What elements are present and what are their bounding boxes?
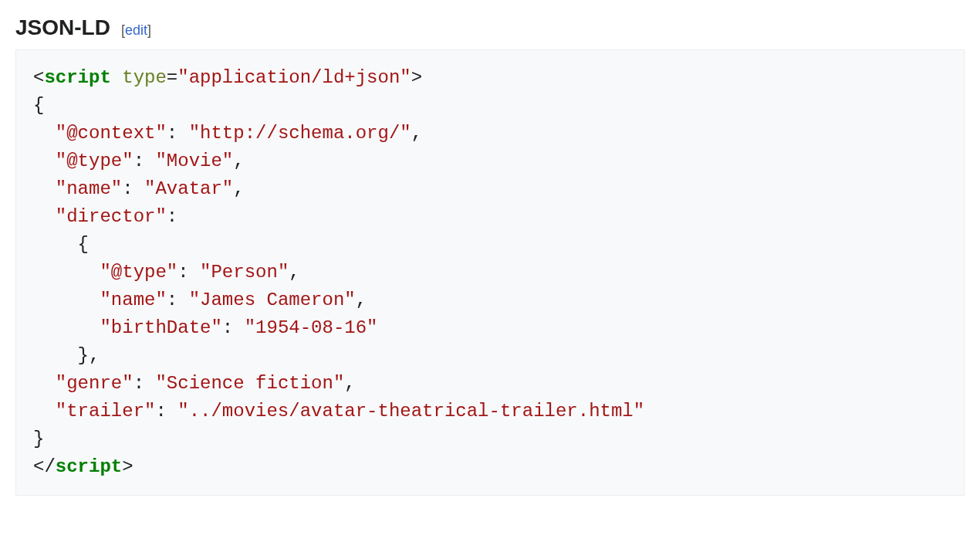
code-token (33, 262, 100, 283)
code-token (33, 178, 56, 199)
code-token (33, 123, 56, 144)
code-token: , (411, 123, 422, 144)
code-token: , (356, 290, 367, 310)
code-token: </ (33, 456, 56, 477)
code-token: , (233, 178, 244, 199)
code-token: "birthDate" (100, 317, 221, 338)
code-token: "Science fiction" (155, 373, 344, 394)
code-token: script (44, 67, 110, 88)
code-token: "genre" (56, 373, 133, 394)
code-token: : (133, 373, 156, 394)
code-token (33, 373, 56, 394)
edit-link[interactable]: edit (125, 22, 147, 38)
code-token: = (167, 67, 177, 88)
code-token: , (344, 373, 355, 394)
code-token: "1954-08-16" (245, 317, 378, 338)
code-token: : (155, 401, 177, 422)
code-token: "http://schema.org/" (189, 123, 411, 144)
code-token: script (56, 456, 122, 477)
code-token (33, 290, 100, 310)
code-token: : (222, 317, 245, 338)
code-token: , (289, 262, 299, 283)
code-token: "James Cameron" (189, 290, 356, 310)
code-token: type (122, 67, 167, 88)
code-token: < (33, 67, 44, 88)
code-token: "director" (56, 206, 167, 227)
code-token: "trailer" (56, 401, 156, 422)
code-token: "application/ld+json" (177, 67, 411, 88)
code-token: "@context" (56, 123, 167, 144)
code-token: { (33, 234, 89, 255)
code-token: : (167, 206, 177, 227)
code-token: > (411, 67, 422, 88)
code-token: "name" (100, 290, 166, 310)
section-heading: JSON-LD (15, 15, 110, 40)
code-token (33, 151, 56, 171)
code-token (33, 206, 56, 227)
code-token: "../movies/avatar-theatrical-trailer.htm… (177, 401, 644, 422)
code-token: : (167, 123, 189, 144)
bracket-close: ] (147, 22, 151, 38)
code-token: "@type" (100, 262, 177, 283)
code-token: "Movie" (155, 151, 233, 171)
code-token: } (33, 429, 44, 449)
code-block: <script type="application/ld+json"> { "@… (15, 49, 965, 496)
code-token: : (167, 290, 189, 310)
code-token: , (233, 151, 244, 171)
code-token (111, 67, 122, 88)
code-token: > (122, 456, 133, 477)
edit-section: [edit] (121, 22, 151, 39)
code-token (33, 317, 100, 338)
code-token: : (177, 262, 200, 283)
code-token (33, 401, 56, 422)
code-token: : (133, 151, 156, 171)
code-token: "Avatar" (144, 178, 233, 199)
section-heading-row: JSON-LD [edit] (15, 15, 965, 40)
code-token: : (122, 178, 144, 199)
code-token: { (33, 95, 44, 116)
code-token: "Person" (200, 262, 289, 283)
code-token: "@type" (56, 151, 133, 171)
code-token: "name" (56, 178, 122, 199)
code-token: }, (33, 345, 100, 366)
